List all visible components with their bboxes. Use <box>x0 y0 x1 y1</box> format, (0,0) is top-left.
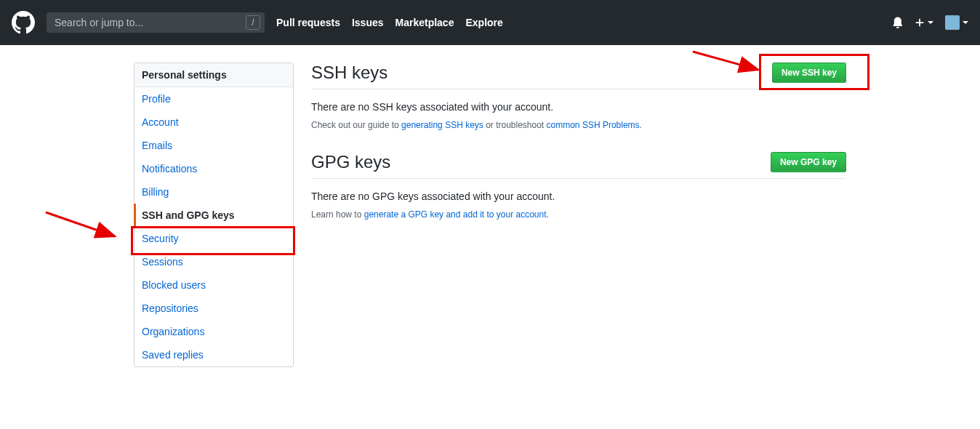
svg-line-1 <box>46 212 115 236</box>
settings-container: Personal settings Profile Account Emails… <box>122 45 858 385</box>
ssh-empty-text: There are no SSH keys associated with yo… <box>311 101 846 113</box>
settings-sidebar: Personal settings Profile Account Emails… <box>134 63 294 367</box>
sidebar-item-ssh-gpg-keys[interactable]: SSH and GPG keys <box>134 204 293 227</box>
gpg-keys-heading: GPG keys <box>311 152 390 172</box>
sidebar-item-notifications[interactable]: Notifications <box>134 157 293 180</box>
sidebar-item-account[interactable]: Account <box>134 111 293 134</box>
nav-issues[interactable]: Issues <box>352 17 384 28</box>
avatar <box>945 15 960 30</box>
chevron-down-icon <box>928 21 933 24</box>
settings-menu: Personal settings Profile Account Emails… <box>134 63 294 367</box>
create-new-menu[interactable] <box>915 17 933 28</box>
sidebar-item-repositories[interactable]: Repositories <box>134 297 293 320</box>
new-ssh-key-button[interactable]: New SSH key <box>772 63 846 83</box>
nav-explore[interactable]: Explore <box>465 17 502 28</box>
sidebar-item-blocked-users[interactable]: Blocked users <box>134 273 293 297</box>
slash-key-icon: / <box>246 15 260 30</box>
sidebar-item-security[interactable]: Security <box>134 227 293 250</box>
gpg-section: GPG keys New GPG key There are no GPG ke… <box>311 152 846 220</box>
sidebar-item-emails[interactable]: Emails <box>134 134 293 157</box>
text: . <box>547 209 549 220</box>
nav-pull-requests[interactable]: Pull requests <box>276 17 340 28</box>
global-header: / Pull requests Issues Marketplace Explo… <box>0 0 980 45</box>
sidebar-item-saved-replies[interactable]: Saved replies <box>134 343 293 366</box>
chevron-down-icon <box>963 21 968 24</box>
text: Check out our guide to <box>311 120 401 130</box>
annotation-arrow-sidebar <box>42 209 129 245</box>
text: . <box>640 120 642 130</box>
nav-marketplace[interactable]: Marketplace <box>395 17 454 28</box>
search-input[interactable] <box>47 12 265 33</box>
sidebar-item-profile[interactable]: Profile <box>134 87 293 111</box>
sidebar-item-sessions[interactable]: Sessions <box>134 250 293 273</box>
primary-nav: Pull requests Issues Marketplace Explore <box>276 17 503 28</box>
gpg-keys-subhead: GPG keys New GPG key <box>311 152 846 179</box>
ssh-keys-subhead: SSH keys New SSH key <box>311 63 846 89</box>
github-logo[interactable] <box>12 11 35 34</box>
text: Learn how to <box>311 209 364 220</box>
gpg-hint-text: Learn how to generate a GPG key and add … <box>311 209 846 220</box>
text: or troubleshoot <box>483 120 547 130</box>
notifications-icon[interactable] <box>891 17 903 28</box>
user-menu[interactable] <box>945 15 968 30</box>
sidebar-item-organizations[interactable]: Organizations <box>134 320 293 343</box>
main-content: SSH keys New SSH key There are no SSH ke… <box>311 63 846 367</box>
ssh-hint-text: Check out our guide to generating SSH ke… <box>311 120 846 130</box>
sidebar-item-billing[interactable]: Billing <box>134 180 293 204</box>
link-common-ssh-problems[interactable]: common SSH Problems <box>547 120 640 130</box>
link-generate-gpg-key[interactable]: generate a GPG key and add it to your ac… <box>364 209 547 220</box>
sidebar-heading: Personal settings <box>134 63 293 87</box>
new-gpg-key-button[interactable]: New GPG key <box>771 152 846 172</box>
gpg-empty-text: There are no GPG keys associated with yo… <box>311 191 846 202</box>
link-generating-ssh-keys[interactable]: generating SSH keys <box>401 120 483 130</box>
ssh-keys-heading: SSH keys <box>311 63 387 83</box>
search-wrapper: / <box>47 12 265 33</box>
header-right <box>891 15 968 30</box>
